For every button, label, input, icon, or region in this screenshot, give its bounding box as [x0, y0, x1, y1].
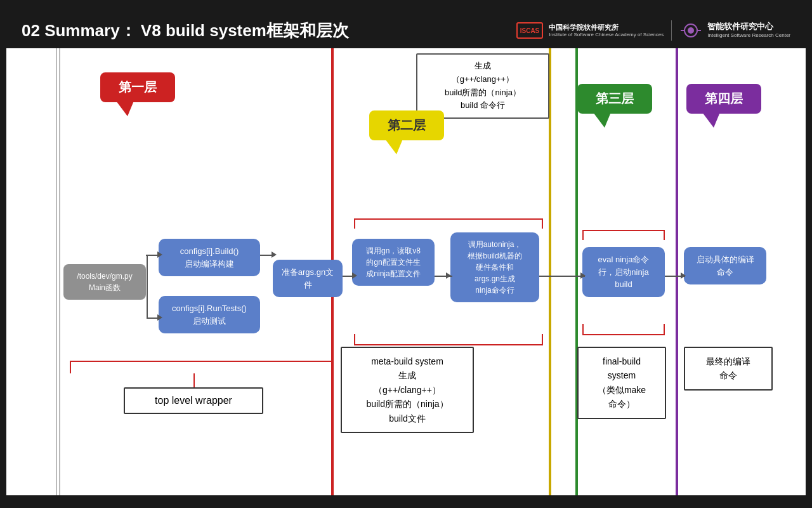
- red-eval-bot-h: [582, 334, 665, 335]
- red-top-bracket-vr: [542, 218, 543, 229]
- red-bot-bracket-vl: [354, 334, 355, 345]
- red-bot-bracket-vr: [542, 334, 543, 345]
- isr-logo-icon: [679, 20, 702, 41]
- final-build-box: final-build system （类似make 命令）: [577, 347, 666, 419]
- gn-read-box: 调用gn，读取v8 的gn配置文件生 成ninja配置文件: [352, 239, 435, 286]
- prepare-args-box: 准备args.gn文件: [273, 260, 343, 297]
- red-bracket-vl: [70, 361, 71, 373]
- red-bracket-down: [193, 373, 195, 387]
- conn-auto-eval: [539, 276, 585, 277]
- vline-gray-right: [59, 48, 60, 495]
- slide-title: 02 Summary： V8 build system框架和层次: [22, 20, 349, 42]
- autoninja-box: 调用autoninja， 根据build机器的 硬件条件和 args.gn生成 …: [450, 232, 539, 302]
- gm-py-box: /tools/dev/gm.py Main函数: [63, 264, 146, 300]
- start-compile-box: 启动具体的编译 命令: [684, 247, 766, 284]
- configs-build-box: configs[i].Build() 启动编译构建: [159, 239, 260, 276]
- red-top-bracket-h: [354, 218, 543, 220]
- vline-purple: [676, 48, 678, 495]
- red-bot-bracket-h: [354, 344, 543, 345]
- layer4-callout: 第四层: [686, 84, 761, 114]
- iscas-sub: Institute of Software Chinese Academy of…: [549, 32, 664, 38]
- layer2-callout: 第二层: [369, 110, 444, 140]
- configs-run-box: configs[i].RunTests() 启动测试: [159, 296, 260, 333]
- red-top-bracket-vl: [354, 218, 355, 229]
- final-compile-box: 最终的编译 命令: [684, 347, 773, 391]
- red-eval-top-h: [582, 230, 665, 231]
- arrow-gm-run: [157, 314, 162, 321]
- arrow-prepare-gn: [352, 272, 357, 279]
- red-bracket-h: [70, 361, 333, 362]
- isr-name: 智能软件研究中心: [707, 22, 790, 32]
- svg-point-3: [688, 27, 694, 34]
- top-level-box: top level wrapper: [124, 387, 263, 414]
- iscas-logo-icon: ISCAS: [516, 20, 544, 41]
- isr-sub: Intelligent Software Research Center: [707, 32, 790, 39]
- red-eval-top-vr: [664, 230, 665, 240]
- meta-build-box: meta-build system 生成 （g++/clang++） build…: [341, 347, 474, 433]
- vline-gray-left: [56, 48, 57, 495]
- layer3-callout: 第三层: [577, 84, 652, 114]
- iscas-name: 中国科学院软件研究所: [549, 23, 664, 32]
- svg-text:ISCAS: ISCAS: [520, 27, 540, 34]
- arrow-build-prepare: [272, 251, 277, 258]
- arrow-eval-compile: [681, 272, 686, 279]
- conn-gm-run-v: [147, 255, 148, 318]
- top-description-box: 生成 （g++/clang++） build所需的（ninja） build 命…: [416, 53, 549, 119]
- red-eval-top-vl: [582, 230, 584, 240]
- vline-green: [575, 48, 578, 495]
- red-eval-bot-vr: [664, 324, 665, 335]
- eval-ninja-box: eval ninja命令 行，启动ninja build: [582, 247, 665, 297]
- arrow-auto-eval: [580, 272, 586, 279]
- red-bracket-vr: [332, 361, 333, 373]
- arrow-gm-build: [157, 251, 162, 258]
- arrow-gn-auto: [446, 272, 451, 279]
- layer1-callout: 第一层: [100, 72, 175, 102]
- red-eval-bot-vl: [582, 324, 584, 335]
